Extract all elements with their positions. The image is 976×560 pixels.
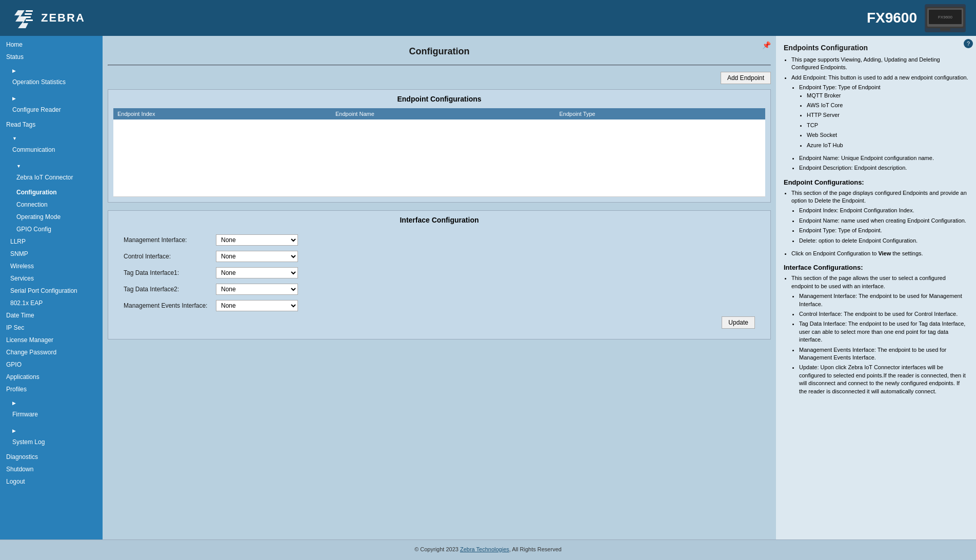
interface-form: Management Interface: None Control Inter… — [113, 229, 765, 334]
sidebar-item-connection[interactable]: Connection — [0, 198, 103, 211]
management-interface-row: Management Interface: None — [124, 234, 755, 246]
header-right: FX9600 FX9600 — [867, 4, 966, 32]
content-area: 📌 Configuration Add Endpoint Endpoint Co… — [103, 36, 776, 539]
sidebar-item-shutdown[interactable]: Shutdown — [0, 463, 103, 475]
add-endpoint-button[interactable]: Add Endpoint — [721, 72, 771, 84]
sidebar-item-snmp[interactable]: SNMP — [0, 248, 103, 260]
sidebar-item-configure-reader[interactable]: ▶Configure Reader — [0, 91, 103, 118]
control-interface-row: Control Interface: None — [124, 251, 755, 262]
sidebar-item-read-tags[interactable]: Read Tags — [0, 118, 103, 131]
sidebar-item-applications[interactable]: Applications — [0, 371, 103, 383]
footer-suffix: , All Rights Reserved — [509, 546, 562, 552]
add-endpoint-row: Add Endpoint — [108, 72, 771, 84]
sidebar-item-firmware[interactable]: ▶Firmware — [0, 395, 103, 423]
interface-section-title: Interface Configuration — [113, 216, 765, 224]
device-name: FX9600 — [867, 10, 917, 26]
sidebar-item-configuration[interactable]: Configuration — [0, 186, 103, 198]
header: ZEBRA FX9600 FX9600 — [0, 0, 976, 36]
footer-copyright: © Copyright 2023 — [414, 546, 460, 552]
sidebar-item-communication[interactable]: ▼Communication — [0, 131, 103, 158]
tag-data-interface1-label: Tag Data Interface1: — [124, 269, 216, 276]
help-intro-list: This page supports Viewing, Adding, Upda… — [784, 56, 968, 172]
help-panel: ? Endpoints Configuration This page supp… — [776, 36, 976, 539]
footer-link[interactable]: Zebra Technologies — [460, 546, 509, 552]
management-events-interface-row: Management Events Interface: None — [124, 300, 755, 311]
svg-text:FX9600: FX9600 — [938, 15, 953, 19]
help-endpoint-config-list: This section of the page displays config… — [784, 189, 968, 258]
col-endpoint-index: Endpoint Index — [113, 108, 331, 119]
control-interface-label: Control Interface: — [124, 253, 216, 260]
interface-configuration-section: Interface Configuration Management Inter… — [108, 210, 771, 339]
sidebar-item-gpio[interactable]: GPIO — [0, 358, 103, 371]
control-interface-select[interactable]: None — [216, 251, 298, 262]
tag-data-interface1-select[interactable]: None — [216, 267, 298, 278]
sidebar: Home Status ▶Operation Statistics ▶Confi… — [0, 36, 103, 539]
update-button[interactable]: Update — [722, 316, 755, 329]
sidebar-item-license-manager[interactable]: License Manager — [0, 334, 103, 346]
col-endpoint-type: Endpoint Type — [555, 108, 765, 119]
endpoint-table-empty — [113, 119, 765, 196]
endpoint-table: Endpoint Index Endpoint Name Endpoint Ty… — [113, 108, 765, 197]
sidebar-item-change-password[interactable]: Change Password — [0, 346, 103, 358]
pin-icon[interactable]: 📌 — [762, 41, 771, 49]
endpoint-section-title: Endpoint Configurations — [113, 95, 765, 103]
help-icon[interactable]: ? — [964, 39, 973, 48]
tag-data-interface2-select[interactable]: None — [216, 284, 298, 295]
svg-rect-1 — [26, 10, 33, 12]
sidebar-item-profiles[interactable]: Profiles — [0, 383, 103, 395]
sidebar-item-diagnostics[interactable]: Diagnostics — [0, 451, 103, 463]
sidebar-item-ip-sec[interactable]: IP Sec — [0, 322, 103, 334]
sidebar-item-wireless[interactable]: Wireless — [0, 260, 103, 272]
help-endpoint-config-title: Endpoint Configurations: — [784, 178, 968, 186]
tag-data-interface1-row: Tag Data Interface1: None — [124, 267, 755, 278]
sidebar-item-zebra-iot-connector[interactable]: ▼Zebra IoT Connector — [0, 158, 103, 186]
zebra-logo-icon — [10, 5, 36, 31]
svg-rect-3 — [24, 16, 31, 18]
device-image: FX9600 — [925, 4, 966, 32]
tag-data-interface2-label: Tag Data Interface2: — [124, 286, 216, 293]
update-row: Update — [124, 316, 755, 329]
sidebar-item-services[interactable]: Services — [0, 272, 103, 285]
svg-rect-4 — [26, 19, 33, 21]
endpoint-configurations-section: Endpoint Configurations Endpoint Index E… — [108, 89, 771, 203]
help-title: Endpoints Configuration — [784, 44, 968, 52]
management-events-interface-label: Management Events Interface: — [124, 302, 216, 309]
help-interface-config-list: This section of the page allows the user… — [784, 274, 968, 395]
sidebar-item-llrp[interactable]: LLRP — [0, 235, 103, 248]
svg-rect-9 — [940, 28, 950, 31]
brand-name: ZEBRA — [41, 11, 85, 25]
main-layout: Home Status ▶Operation Statistics ▶Confi… — [0, 36, 976, 539]
help-interface-config-title: Interface Configurations: — [784, 264, 968, 271]
logo: ZEBRA — [10, 5, 85, 31]
sidebar-item-gpio-config[interactable]: GPIO Config — [0, 223, 103, 235]
sidebar-item-status[interactable]: Status — [0, 51, 103, 63]
page-title: Configuration — [108, 46, 771, 57]
sidebar-item-serial-port-configuration[interactable]: Serial Port Configuration — [0, 285, 103, 297]
sidebar-item-system-log[interactable]: ▶System Log — [0, 423, 103, 451]
sidebar-item-operation-statistics[interactable]: ▶Operation Statistics — [0, 63, 103, 91]
management-interface-label: Management Interface: — [124, 236, 216, 244]
col-endpoint-name: Endpoint Name — [331, 108, 555, 119]
svg-rect-2 — [25, 13, 32, 15]
sidebar-item-home[interactable]: Home — [0, 38, 103, 51]
management-events-interface-select[interactable]: None — [216, 300, 298, 311]
sidebar-item-logout[interactable]: Logout — [0, 475, 103, 488]
footer: © Copyright 2023 Zebra Technologies, All… — [0, 539, 976, 558]
tag-data-interface2-row: Tag Data Interface2: None — [124, 284, 755, 295]
management-interface-select[interactable]: None — [216, 234, 298, 246]
sidebar-item-date-time[interactable]: Date Time — [0, 309, 103, 322]
sidebar-item-802x-eap[interactable]: 802.1x EAP — [0, 297, 103, 309]
sidebar-item-operating-mode[interactable]: Operating Mode — [0, 211, 103, 223]
